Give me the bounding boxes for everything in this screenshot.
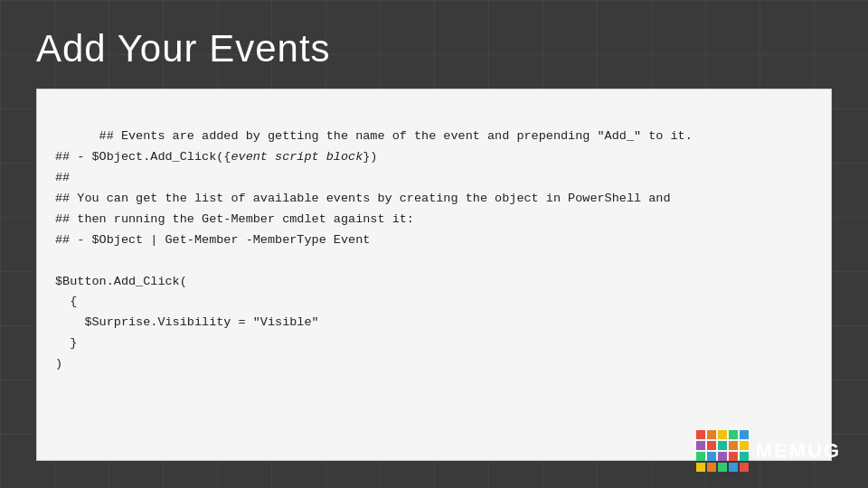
memug-icon-grid	[696, 430, 749, 472]
memug-cell	[729, 430, 738, 439]
memug-cell	[696, 463, 705, 472]
memug-cell	[718, 441, 727, 450]
memug-cell	[718, 452, 727, 461]
code-line-1: ## Events are added by getting the name …	[55, 129, 693, 371]
memug-cell	[740, 452, 749, 461]
memug-cell	[718, 463, 727, 472]
memug-cell	[707, 452, 716, 461]
memug-cell	[707, 463, 716, 472]
memug-cell	[729, 463, 738, 472]
slide-title: Add Your Events	[36, 27, 832, 70]
slide-container: Add Your Events ## Events are added by g…	[0, 0, 868, 488]
memug-cell	[729, 452, 738, 461]
memug-cell	[729, 441, 738, 450]
code-content: ## Events are added by getting the name …	[55, 106, 813, 396]
memug-cell	[696, 430, 705, 439]
memug-cell	[696, 441, 705, 450]
memug-cell	[707, 441, 716, 450]
memug-cell	[696, 452, 705, 461]
memug-cell	[718, 430, 727, 439]
memug-cell	[740, 441, 749, 450]
code-box: ## Events are added by getting the name …	[36, 89, 832, 461]
memug-logo: MEMUG	[696, 430, 841, 472]
memug-cell	[740, 463, 749, 472]
memug-label: MEMUG	[756, 439, 841, 463]
memug-cell	[740, 430, 749, 439]
memug-cell	[707, 430, 716, 439]
